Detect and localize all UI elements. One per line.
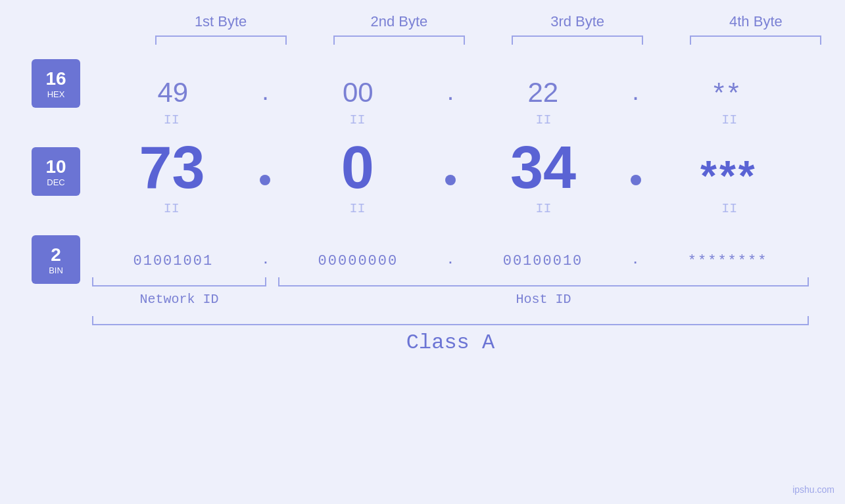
- hex-b3: 22: [471, 77, 616, 108]
- dec-b4: ***: [656, 155, 801, 197]
- watermark: ipshu.com: [792, 484, 834, 496]
- byte2-bracket: [333, 35, 465, 45]
- eq1-b2: II: [285, 112, 430, 127]
- eq2-b1: II: [99, 201, 244, 216]
- bin-dot3: .: [633, 247, 638, 269]
- byte3-header: 3rd Byte: [502, 13, 653, 30]
- class-bracket: [92, 316, 809, 325]
- hex-b2: 00: [285, 77, 430, 108]
- bin-dot2: .: [448, 247, 453, 269]
- byte3-bracket: [512, 35, 643, 45]
- network-bracket: [92, 277, 266, 286]
- byte4-header: 4th Byte: [680, 13, 831, 30]
- eq2-b2: II: [285, 201, 430, 216]
- hex-dot1: .: [262, 78, 269, 108]
- dec-badge-num: 10: [45, 156, 66, 177]
- dec-badge-name: DEC: [47, 177, 64, 187]
- byte2-header: 2nd Byte: [324, 13, 475, 30]
- hex-dot2: .: [447, 78, 454, 108]
- hex-dot3: .: [632, 78, 639, 108]
- byte4-bracket: [690, 35, 821, 45]
- eq1-b1: II: [99, 112, 244, 127]
- bin-dot1: .: [263, 247, 268, 269]
- eq1-b4: II: [657, 112, 802, 127]
- bin-badge: 2 BIN: [32, 235, 80, 284]
- bin-b1: 01001001: [101, 253, 245, 269]
- dec-dot3: [631, 175, 641, 185]
- dec-dot2: [445, 175, 456, 185]
- dec-dot1: [260, 175, 270, 185]
- dec-badge: 10 DEC: [32, 147, 80, 196]
- class-label: Class A: [92, 331, 809, 355]
- hex-b1: 49: [101, 77, 245, 108]
- bin-badge-num: 2: [51, 244, 61, 265]
- host-bracket: [278, 277, 809, 286]
- dec-b3: 34: [471, 138, 616, 197]
- hex-badge-num: 16: [45, 68, 66, 89]
- eq1-b3: II: [471, 112, 616, 127]
- byte1-bracket: [155, 35, 287, 45]
- dec-b2: 0: [285, 138, 430, 197]
- bin-b2: 00000000: [285, 253, 430, 269]
- bin-b3: 00100010: [471, 253, 616, 269]
- dec-b1: 73: [100, 138, 245, 197]
- eq2-b3: II: [471, 201, 616, 216]
- host-id-label: Host ID: [278, 292, 809, 307]
- byte1-header: 1st Byte: [145, 13, 297, 30]
- hex-b4: **: [656, 77, 800, 108]
- network-id-label: Network ID: [92, 292, 266, 307]
- bin-b4: ********: [656, 253, 800, 269]
- eq2-b4: II: [657, 201, 802, 216]
- hex-badge-name: HEX: [47, 89, 65, 99]
- hex-badge: 16 HEX: [32, 59, 80, 108]
- bin-badge-name: BIN: [49, 265, 63, 275]
